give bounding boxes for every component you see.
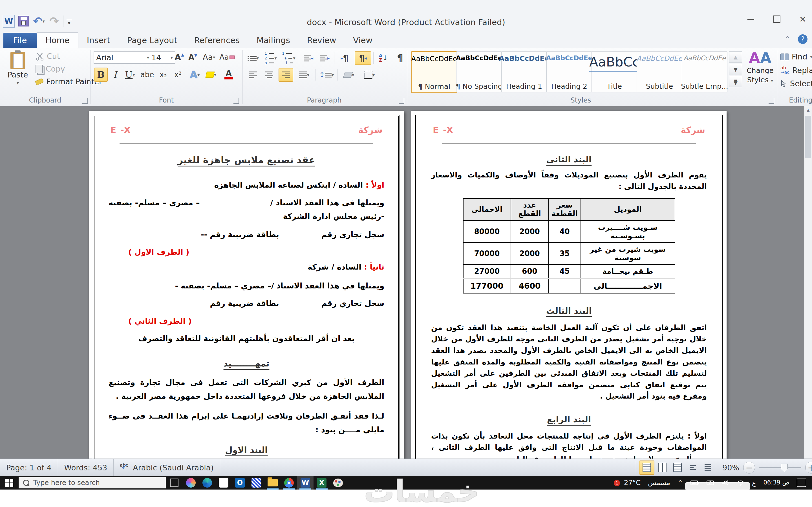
shading-button[interactable]: ▾	[340, 68, 358, 81]
document-page-2[interactable]: E -X شركة البند الثانى يقوم الطرف الأول …	[411, 111, 726, 459]
copy-button[interactable]: Copy	[36, 64, 102, 73]
document-canvas[interactable]: E -X شركة عقد تصنيع ملابس جاهزة للغير او…	[0, 106, 812, 459]
change-styles-button[interactable]: AA Change Styles ▾	[745, 51, 775, 84]
taskbar-icon-chrome[interactable]	[281, 476, 297, 490]
input-language-indicator[interactable]: ع	[752, 479, 756, 487]
italic-button[interactable]: I	[109, 68, 121, 81]
styles-scroll-down-button[interactable]: ▼	[729, 64, 742, 75]
font-name-combo[interactable]: Arial▾	[94, 51, 152, 64]
styles-scroll-up-button[interactable]: ▲	[729, 51, 742, 62]
find-button[interactable]: Find▾	[780, 52, 812, 61]
paragraph-dialog-launcher-icon[interactable]	[399, 98, 404, 104]
zoom-slider[interactable]	[759, 467, 801, 468]
word-count[interactable]: Words: 453	[58, 459, 114, 476]
taskbar-icon-store[interactable]	[215, 476, 232, 490]
zoom-slider-thumb[interactable]	[781, 464, 788, 472]
tab-home[interactable]: Home	[37, 33, 79, 48]
font-size-combo[interactable]: 14▾	[149, 51, 175, 64]
superscript-button[interactable]: x²	[171, 68, 185, 81]
temperature[interactable]: 27°C	[624, 479, 641, 487]
text-effects-button[interactable]: A▾	[188, 68, 202, 81]
format-painter-button[interactable]: Format Painter	[36, 77, 102, 86]
cut-button[interactable]: Cut	[36, 52, 102, 61]
clear-formatting-button[interactable]: Aa	[219, 51, 235, 64]
zoom-in-button[interactable]: +	[805, 462, 812, 473]
ltr-direction-button[interactable]: ▸¶	[337, 52, 352, 64]
style-card-subtitle[interactable]: AaBbCcDdEe Subtitle	[637, 51, 682, 93]
style-card-subtle-emphasis[interactable]: AaBbCcDdEe Subtle Emp...	[682, 51, 727, 93]
task-view-button[interactable]	[166, 476, 183, 490]
strikethrough-button[interactable]: abe	[139, 68, 155, 81]
taskbar-icon-excel[interactable]: X	[313, 476, 330, 490]
taskbar-icon-outlook[interactable]: O	[232, 476, 248, 490]
taskbar-icon-word[interactable]: W	[297, 476, 313, 490]
align-left-button[interactable]	[246, 68, 260, 81]
bullets-button[interactable]: ▾	[246, 52, 260, 64]
taskbar-icon-edge[interactable]	[199, 476, 215, 490]
tab-mailings[interactable]: Mailings	[248, 33, 299, 48]
borders-button[interactable]: ▾	[360, 68, 378, 81]
justify-button[interactable]: ▾	[296, 68, 313, 81]
page-indicator[interactable]: Page: 1 of 4	[0, 459, 58, 476]
clock[interactable]: 06:39 ص	[763, 479, 790, 486]
font-dialog-launcher-icon[interactable]	[234, 98, 239, 104]
show-hidden-icons-chevron[interactable]: ⌃	[677, 479, 683, 487]
scrollbar-thumb[interactable]	[805, 116, 811, 158]
taskbar-icon-copilot[interactable]	[183, 476, 199, 490]
minimize-button[interactable]	[744, 13, 757, 25]
start-button[interactable]	[0, 476, 18, 490]
view-draft-button[interactable]	[701, 461, 715, 474]
shrink-font-button[interactable]: A▼	[187, 51, 199, 64]
styles-dialog-launcher-icon[interactable]	[769, 98, 774, 104]
tab-view[interactable]: View	[345, 33, 381, 48]
document-page-1[interactable]: E -X شركة عقد تصنيع ملابس جاهزة للغير او…	[89, 111, 404, 459]
numbering-button[interactable]: 123▾	[263, 52, 278, 64]
tab-insert[interactable]: Insert	[79, 33, 119, 48]
rtl-direction-button[interactable]: ¶◂	[355, 51, 371, 65]
underline-button[interactable]: U▾	[122, 68, 138, 81]
taskbar-search-input[interactable]: Type here to search	[18, 477, 166, 489]
style-card-normal[interactable]: AaBbCcDdEe ¶ Normal	[411, 51, 457, 93]
scroll-up-icon[interactable]: ▲	[804, 106, 812, 114]
taskbar-icon-bt-app[interactable]	[248, 476, 264, 490]
help-icon[interactable]: ?	[798, 34, 808, 44]
action-center-icon[interactable]	[797, 478, 806, 487]
highlight-color-button[interactable]: ▾	[203, 68, 219, 81]
tab-references[interactable]: References	[186, 33, 248, 48]
tab-file[interactable]: File	[3, 33, 37, 48]
line-spacing-button[interactable]: ↕▾	[318, 68, 335, 81]
decrease-indent-button[interactable]: ◂	[301, 52, 315, 64]
multilevel-list-button[interactable]: 1ai▾	[281, 52, 297, 64]
select-button[interactable]: Select▾	[780, 79, 812, 88]
tab-review[interactable]: Review	[299, 33, 345, 48]
restore-button[interactable]	[770, 13, 783, 25]
increase-indent-button[interactable]: ▸	[318, 52, 332, 64]
style-card-title[interactable]: AaBbCc Title	[592, 51, 637, 93]
zoom-level[interactable]: 90%	[722, 463, 739, 472]
view-outline-button[interactable]	[686, 461, 700, 474]
change-case-button[interactable]: Aa▾	[201, 51, 217, 64]
view-web-layout-button[interactable]	[670, 461, 685, 474]
align-right-button[interactable]	[278, 68, 293, 82]
font-color-button[interactable]: A	[221, 68, 237, 81]
sort-button[interactable]: AZ↓	[376, 52, 391, 64]
show-hide-formatting-button[interactable]: ¶	[393, 52, 407, 64]
close-button[interactable]: ✕	[796, 13, 809, 25]
tab-page-layout[interactable]: Page Layout	[119, 33, 186, 48]
taskbar-icon-file-explorer[interactable]	[264, 476, 281, 490]
view-print-layout-button[interactable]	[639, 460, 654, 474]
vertical-scrollbar[interactable]: ▲	[804, 106, 812, 459]
clipboard-dialog-launcher-icon[interactable]	[82, 98, 88, 104]
align-center-button[interactable]	[262, 68, 276, 81]
bold-button[interactable]: B	[94, 68, 108, 82]
style-card-no-spacing[interactable]: AaBbCcDdEe ¶ No Spacing	[456, 51, 502, 93]
style-card-heading2[interactable]: AaBbCcDdEe Heading 2	[546, 51, 592, 93]
replace-button[interactable]: ab→ac Replace	[780, 66, 812, 75]
minimize-ribbon-icon[interactable]: ⌃	[784, 35, 791, 43]
language-indicator[interactable]: Arabic (Saudi Arabia)	[114, 459, 220, 476]
paste-button[interactable]: Paste ▾	[2, 50, 33, 95]
subscript-button[interactable]: x₂	[157, 68, 170, 81]
styles-gallery-more-button[interactable]: ▬▼	[729, 76, 742, 87]
style-card-heading1[interactable]: AaBbCcDdEe Heading 1	[501, 51, 547, 93]
weather-condition[interactable]: مشمس	[648, 479, 670, 487]
